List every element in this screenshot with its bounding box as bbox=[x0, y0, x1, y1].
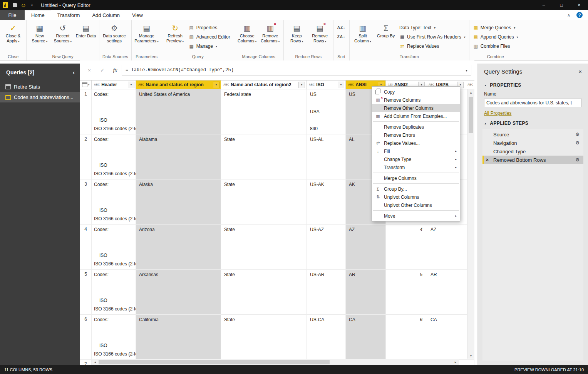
menu-item-unpivot-other-columns[interactable]: Unpivot Other Columns bbox=[372, 201, 460, 209]
vertical-scrollbar[interactable]: ▴ ▾ bbox=[467, 89, 474, 359]
column-header-partial[interactable]: ABC A bbox=[465, 81, 474, 89]
menu-item-fill[interactable]: ↓ Fill ▸ bbox=[372, 147, 460, 155]
cell-header[interactable]: Codes: ISO ISO 3166 codes (2-le bbox=[92, 270, 136, 314]
menu-item-remove-errors[interactable]: Remove Errors bbox=[372, 131, 460, 139]
cell-iso[interactable]: US-CA bbox=[307, 315, 346, 359]
remove-rows-button[interactable]: ▤ Remove Rows▾ bbox=[309, 22, 331, 45]
horizontal-scrollbar[interactable]: ◂ ▸ bbox=[92, 359, 459, 365]
menu-item-group-by[interactable]: Σ Group By... bbox=[372, 185, 460, 193]
column-filter-button[interactable]: ▾ bbox=[213, 82, 219, 88]
column-header-region2[interactable]: ABC Name and status of region2 ▾ bbox=[221, 81, 307, 89]
cell-iso[interactable]: US-AZ bbox=[307, 225, 346, 269]
enter-data-button[interactable]: ▤ Enter Data bbox=[75, 22, 97, 40]
group-by-button[interactable]: Σ Group By bbox=[375, 22, 397, 40]
append-queries-button[interactable]: ▤ Append Queries ▾ bbox=[471, 33, 520, 41]
formula-dropdown-caret-icon[interactable]: ▾ bbox=[466, 68, 467, 72]
column-filter-button[interactable]: ▾ bbox=[128, 82, 134, 88]
minimize-button[interactable]: – bbox=[535, 0, 553, 10]
applied-step-source[interactable]: Source ⚙ bbox=[482, 130, 583, 139]
cell-region2[interactable]: State bbox=[221, 179, 307, 224]
cell-iso[interactable]: US-AK bbox=[307, 179, 346, 224]
combine-files-button[interactable]: ▥ Combine Files bbox=[471, 42, 520, 50]
query-item-retire-stats[interactable]: Retire Stats bbox=[0, 82, 80, 92]
cell-region2[interactable]: Federal state bbox=[221, 89, 307, 134]
cell-region[interactable]: California bbox=[136, 315, 221, 359]
cell-region2[interactable]: State bbox=[221, 315, 307, 359]
close-settings-icon[interactable]: × bbox=[578, 68, 582, 75]
tab-transform[interactable]: Transform bbox=[51, 10, 86, 20]
applied-step-changed-type[interactable]: Changed Type bbox=[482, 147, 583, 156]
properties-button[interactable]: ▤ Properties bbox=[187, 24, 232, 32]
properties-section-header[interactable]: ▲ PROPERTIES bbox=[478, 80, 588, 90]
advanced-editor-button[interactable]: ▥ Advanced Editor bbox=[187, 33, 232, 41]
step-settings-gear-icon[interactable]: ⚙ bbox=[575, 140, 580, 146]
vertical-scroll-thumb[interactable] bbox=[469, 97, 473, 133]
row-number[interactable]: 5 bbox=[80, 270, 92, 314]
step-settings-gear-icon[interactable]: ⚙ bbox=[575, 157, 580, 163]
choose-columns-button[interactable]: ▥ Choose Columns▾ bbox=[236, 22, 258, 45]
menu-item-change-type[interactable]: Change Type ▸ bbox=[372, 155, 460, 163]
commit-formula-icon[interactable]: ✓ bbox=[96, 67, 109, 73]
cell-ansi[interactable]: AR bbox=[346, 270, 386, 314]
applied-step-navigation[interactable]: Navigation ⚙ bbox=[482, 139, 583, 147]
menu-item-transform[interactable]: Transform ▸ bbox=[372, 163, 460, 171]
cell-ansi2[interactable]: 5 bbox=[386, 270, 426, 314]
step-settings-gear-icon[interactable]: ⚙ bbox=[575, 132, 580, 137]
all-properties-link[interactable]: All Properties bbox=[484, 111, 582, 116]
merge-queries-button[interactable]: ▦ Merge Queries ▾ bbox=[471, 24, 520, 32]
cell-header[interactable]: Codes: ISO ISO 3166 codes (2-le bbox=[92, 225, 136, 269]
tab-add-column[interactable]: Add Column bbox=[86, 10, 126, 20]
new-source-button[interactable]: ▦ New Source▾ bbox=[28, 22, 51, 45]
scroll-left-icon[interactable]: ◂ bbox=[92, 360, 99, 364]
quick-access-caret-icon[interactable]: ▾ bbox=[28, 0, 36, 10]
cell-iso[interactable]: US-AR bbox=[307, 270, 346, 314]
menu-item-copy[interactable]: Copy bbox=[372, 88, 460, 96]
cell-ansi[interactable]: AZ bbox=[346, 225, 386, 269]
query-item-codes-abbreviations[interactable]: Codes and abbreviations... bbox=[0, 92, 80, 102]
cell-region[interactable]: Alaska bbox=[136, 179, 221, 224]
split-column-button[interactable]: ▥ Split Column▾ bbox=[352, 22, 374, 45]
scroll-down-icon[interactable]: ▾ bbox=[467, 352, 474, 359]
column-header-iso[interactable]: ABC ISO ▾ bbox=[307, 81, 346, 89]
formula-input[interactable]: = Table.RemoveLastN(#"Changed Type",25) … bbox=[122, 65, 471, 75]
column-filter-button[interactable]: ▾ bbox=[298, 82, 305, 88]
row-number[interactable]: 6 bbox=[80, 315, 92, 359]
maximize-button[interactable]: □ bbox=[553, 0, 570, 10]
scroll-up-icon[interactable]: ▴ bbox=[467, 89, 474, 96]
collapse-queries-icon[interactable]: ‹ bbox=[73, 69, 75, 75]
query-name-input[interactable] bbox=[484, 99, 582, 107]
sort-descending-button[interactable]: ZA↓ bbox=[335, 33, 347, 40]
cell-partial[interactable] bbox=[465, 360, 474, 365]
column-header-region[interactable]: ABC Name and status of region ▾ bbox=[136, 81, 221, 89]
cell-region[interactable]: United States of America bbox=[136, 89, 221, 134]
cell-region[interactable]: Arkansas bbox=[136, 270, 221, 314]
cell-usps[interactable]: AZ bbox=[426, 225, 465, 269]
cell-iso[interactable]: US-AL bbox=[307, 134, 346, 179]
cancel-formula-icon[interactable]: × bbox=[83, 67, 95, 73]
cell-ansi2[interactable]: 6 bbox=[386, 315, 426, 359]
tab-file[interactable]: File bbox=[0, 10, 25, 20]
menu-item-merge-columns[interactable]: Merge Columns bbox=[372, 174, 460, 182]
column-filter-button[interactable]: ▾ bbox=[338, 82, 344, 88]
menu-item-remove-other-columns[interactable]: Remove Other Columns bbox=[372, 104, 460, 112]
collapse-ribbon-icon[interactable]: ∧ bbox=[567, 13, 570, 18]
manage-parameters-button[interactable]: ▤ Manage Parameters▾ bbox=[134, 22, 160, 45]
cell-usps[interactable]: CA bbox=[426, 315, 465, 359]
menu-item-remove-columns[interactable]: ▥ Remove Columns bbox=[372, 96, 460, 104]
cell-region2[interactable]: State bbox=[221, 134, 307, 179]
data-type-button[interactable]: Data Type: Text ▾ bbox=[398, 24, 467, 32]
cell-header[interactable]: Codes: ISO ISO 3166 codes (2-le bbox=[92, 179, 136, 224]
table-menu-button[interactable]: ▾ bbox=[80, 81, 92, 89]
save-button[interactable] bbox=[11, 0, 19, 10]
cell-usps[interactable]: AR bbox=[426, 270, 465, 314]
cell-ansi[interactable]: CA bbox=[346, 315, 386, 359]
cell-region[interactable]: Alabama bbox=[136, 134, 221, 179]
feedback-smiley-button[interactable]: ☺ bbox=[19, 0, 28, 10]
row-number[interactable]: 2 bbox=[80, 134, 92, 179]
menu-item-replace-values[interactable]: ⇄ Replace Values... bbox=[372, 139, 460, 147]
recent-sources-button[interactable]: ↺ Recent Sources▾ bbox=[52, 22, 74, 45]
cell-region[interactable]: Arizona bbox=[136, 225, 221, 269]
cell-ansi2[interactable]: 4 bbox=[386, 225, 426, 269]
help-icon[interactable]: ? bbox=[576, 12, 583, 18]
manage-button[interactable]: ▦ Manage ▾ bbox=[187, 42, 232, 50]
